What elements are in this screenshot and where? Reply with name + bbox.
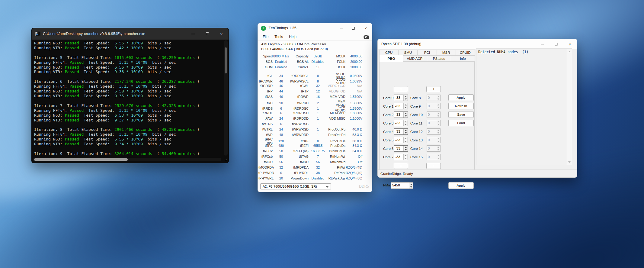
tab-amd-acpi[interactable]: AMD ACPI	[403, 56, 427, 62]
console-text-segment: Iteration: 6 Total Elapsed Time:	[34, 79, 114, 84]
ryzensdt-close-button[interactable]: ×	[563, 39, 577, 49]
tab-msr[interactable]: MSR	[437, 50, 456, 56]
fmax-value[interactable]: 5450	[391, 182, 409, 189]
fmax-spinner[interactable]: 5450	[391, 182, 413, 189]
timing-label: DramDqDs	[327, 149, 345, 153]
scroll-up-arrow-icon[interactable]	[567, 49, 572, 54]
debug-log-panel[interactable]: Detected NUMA nodes. (1)	[476, 48, 572, 165]
console-resize-grip[interactable]	[225, 159, 227, 162]
spinner-up-button[interactable]	[404, 154, 408, 157]
console-horizontal-scrollbar[interactable]	[33, 158, 221, 161]
core-offset-spinner[interactable]: -33	[394, 95, 408, 101]
zentimings-close-button[interactable]: ×	[360, 23, 372, 33]
console-titlebar[interactable]: C:\Users\fam\Desktop\y-cruncher v0.8.6.9…	[32, 28, 229, 40]
spinner-value[interactable]: -33	[394, 154, 403, 160]
spinner-buttons	[436, 95, 440, 101]
spinner-up-button[interactable]	[404, 95, 408, 98]
core-offset-spinner[interactable]: -33	[394, 145, 408, 152]
spinner-value[interactable]: -33	[394, 112, 403, 118]
spinner-value[interactable]: -33	[394, 146, 403, 151]
core-offset-spinner: 0	[427, 103, 441, 109]
spinner-up-button[interactable]	[404, 112, 408, 115]
spinner-up-button[interactable]	[404, 137, 408, 140]
spinner-down-button[interactable]	[404, 149, 408, 152]
spinner-down-button[interactable]	[404, 106, 408, 109]
spinner-up-button[interactable]	[409, 182, 413, 186]
menu-tools[interactable]: Tools	[271, 34, 286, 40]
minus-all-button[interactable]: -	[426, 163, 441, 169]
console-close-button[interactable]: ×	[214, 28, 229, 40]
apply-button[interactable]: Apply	[448, 94, 474, 101]
tab-cpuid[interactable]: CPUID	[456, 50, 475, 56]
console-minimize-button[interactable]	[186, 28, 200, 40]
spinner-down-button[interactable]	[404, 157, 408, 160]
spinner-down-button	[436, 98, 440, 101]
core-offset-spinner[interactable]: -33	[394, 128, 408, 135]
spinner-value[interactable]: -33	[394, 120, 403, 126]
spinner-down-button[interactable]	[404, 140, 408, 143]
console-vertical-scrollbar[interactable]	[224, 40, 228, 156]
tab-cpu[interactable]: CPU	[379, 50, 399, 56]
ryzensdt-minimize-button[interactable]	[535, 39, 549, 49]
screenshot-camera-icon[interactable]	[364, 35, 369, 39]
ryzensdt-maximize-button[interactable]	[549, 39, 563, 49]
tab-pbo[interactable]: PBO	[379, 55, 403, 62]
save-button[interactable]: Save	[448, 111, 474, 118]
spinner-up-button[interactable]	[404, 120, 408, 123]
spinner-down-button[interactable]	[404, 132, 408, 135]
console-text-segment: 36.287 minutes	[162, 79, 195, 84]
core-label: Core 15	[410, 154, 423, 160]
timing-value: 53.3 Ω	[345, 133, 362, 137]
timing-value: 8000 MT/s	[273, 54, 290, 58]
tab-pstates[interactable]: PStates	[427, 56, 451, 62]
console-text-segment: Passed	[65, 113, 79, 118]
spinner-value[interactable]: -33	[394, 137, 403, 143]
spinner-down-button[interactable]	[404, 123, 408, 126]
scroll-down-arrow-icon[interactable]	[567, 160, 572, 165]
console-text-segment: Passed	[69, 132, 84, 137]
zentimings-minimize-button[interactable]	[335, 23, 347, 33]
spinner-up-button[interactable]	[404, 129, 408, 132]
tab-pci[interactable]: PCI	[417, 50, 437, 56]
dimm-select[interactable]: A2: F5-7600J3646G16G (16GB, SR)	[260, 183, 331, 189]
zentimings-maximize-button[interactable]	[347, 23, 360, 33]
tab-smu[interactable]: SMU	[398, 50, 418, 56]
console-text-segment: Passed	[65, 41, 79, 45]
core-offset-spinner[interactable]: -33	[394, 111, 408, 118]
timing-row: tWR48tWRWRDD1ProcOdt Pd53.3 Ω	[258, 132, 362, 137]
spinner-down-button[interactable]	[409, 186, 413, 189]
core-offset-spinner[interactable]: -33	[394, 103, 408, 109]
refresh-button[interactable]: Refresh	[448, 103, 474, 109]
load-button[interactable]: Load	[448, 120, 474, 126]
plus-all-button[interactable]: +	[426, 86, 441, 92]
console-app-icon	[35, 32, 40, 36]
spinner-down-button[interactable]	[404, 115, 408, 118]
plus-all-button[interactable]: +	[394, 86, 408, 92]
console-text-segment: Passed	[65, 69, 79, 74]
menu-file[interactable]: File	[260, 34, 271, 40]
spinner-value[interactable]: -33	[394, 129, 403, 134]
console-line: Running VT3: Passed Test Speed: 9.42 * 1…	[34, 46, 222, 50]
timing-row: tPHYWRL20PowerDownDisabledRttParkDqsRZQ/…	[258, 176, 362, 181]
core-label: Core 13	[410, 137, 423, 143]
spinner-value[interactable]: -33	[394, 95, 403, 101]
ryzensdt-titlebar[interactable]: Ryzen SDT 1.38 (debug) ×	[378, 39, 577, 49]
timing-label: tRTP	[290, 89, 309, 93]
console-vertical-scrollbar-thumb[interactable]	[225, 47, 227, 73]
spinner-up-button[interactable]	[404, 103, 408, 106]
menu-help[interactable]: Help	[286, 34, 300, 40]
zentimings-titlebar[interactable]: Z ZenTimings 1.35 ×	[258, 23, 372, 33]
fmax-apply-button[interactable]: Apply	[448, 182, 474, 189]
log-scrollbar[interactable]	[567, 49, 572, 165]
spinner-down-button[interactable]	[404, 98, 408, 101]
console-maximize-button[interactable]	[200, 28, 214, 40]
spinner-up-button[interactable]	[404, 146, 408, 149]
tab-info[interactable]: Info	[451, 56, 475, 62]
spinner-value[interactable]: -33	[394, 103, 403, 109]
core-offset-spinner[interactable]: -33	[394, 137, 408, 143]
core-offset-spinner[interactable]: -33	[394, 120, 408, 126]
minus-all-button[interactable]: -	[394, 163, 408, 169]
core-label: Core 7	[383, 154, 394, 160]
core-offset-spinner[interactable]: -33	[394, 154, 408, 160]
console-horizontal-scrollbar-thumb[interactable]	[34, 158, 128, 161]
